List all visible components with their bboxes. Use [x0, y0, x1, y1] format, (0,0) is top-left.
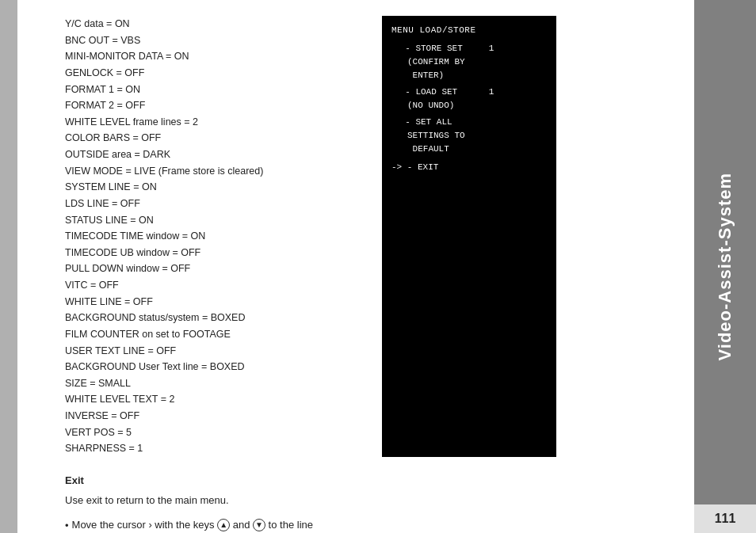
menu-exit-line: -> - EXIT — [391, 161, 547, 174]
bottom-section: Exit Use exit to return to the main menu… — [65, 471, 670, 533]
list-item: MINI-MONITOR DATA = ON — [65, 48, 366, 65]
list-item: WHITE LEVEL frame lines = 2 — [65, 114, 366, 131]
list-item: TIMECODE TIME window = ON — [65, 228, 366, 245]
list-item: INVERSE = OFF — [65, 408, 366, 424]
main-content: Y/C data = ONBNC OUT = VBSMINI-MONITOR D… — [17, 0, 694, 533]
sidebar-title: Video-Assist-System — [715, 173, 735, 360]
list-item: BACKGROUND User Text line = BOXED — [65, 359, 366, 375]
list-item: LDS LINE = OFF — [65, 196, 366, 212]
list-item: SYSTEM LINE = ON — [65, 179, 366, 196]
list-item: OUTSIDE area = DARK — [65, 147, 366, 163]
list-item: VITC = OFF — [65, 277, 366, 294]
list-item: WHITE LINE = OFF — [65, 294, 366, 310]
list-item: GENLOCK = OFF — [65, 65, 366, 82]
list-item: SHARPNESS = 1 — [65, 440, 366, 457]
list-item: BACKGROUND status/system = BOXED — [65, 310, 366, 326]
list-item: FORMAT 1 = ON — [65, 82, 366, 98]
left-list: Y/C data = ONBNC OUT = VBSMINI-MONITOR D… — [65, 16, 366, 457]
menu-item-load: - LOAD SET 1 (NO UNDO) — [391, 86, 547, 112]
list-item: VIEW MODE = LIVE (Frame store is cleared… — [65, 163, 366, 180]
menu-item-store-sub: (CONFIRM BY ENTER) — [395, 55, 547, 82]
menu-item-load-main: LOAD SET 1 — [415, 87, 494, 97]
list-item: Y/C data = ON — [65, 16, 366, 32]
right-sidebar: Video-Assist-System 111 — [694, 0, 756, 533]
bullet-symbol: • — [65, 518, 69, 533]
bullet-line: • Move the cursor › with the keys ▲ and … — [65, 517, 670, 533]
list-item: TIMECODE UB window = OFF — [65, 245, 366, 261]
list-item: BNC OUT = VBS — [65, 32, 366, 49]
menu-item-setall-main: SET ALL — [415, 117, 452, 127]
list-item: SIZE = SMALL — [65, 375, 366, 392]
menu-item-load-sub: (NO UNDO) — [395, 99, 547, 112]
list-item: COLOR BARS = OFF — [65, 130, 366, 147]
top-section: Y/C data = ONBNC OUT = VBSMINI-MONITOR D… — [65, 16, 670, 457]
exit-intro: Use exit to return to the main menu. — [65, 493, 670, 509]
left-stripe — [0, 0, 17, 533]
list-item: USER TEXT LINE = OFF — [65, 343, 366, 360]
menu-item-store: - STORE SET 1 (CONFIRM BY ENTER) — [391, 42, 547, 82]
menu-title: MENU LOAD/STORE — [391, 24, 547, 37]
list-item: WHITE LEVEL TEXT = 2 — [65, 391, 366, 408]
up-key-icon: ▲ — [217, 519, 230, 531]
list-item: PULL DOWN window = OFF — [65, 261, 366, 277]
page-number-tab: 111 — [694, 504, 756, 533]
list-item: FORMAT 2 = OFF — [65, 97, 366, 114]
menu-item-store-main: STORE SET 1 — [415, 44, 494, 53]
menu-item-setall-sub: SETTINGS TO DEFAULT — [395, 129, 547, 156]
list-item: VERT POS = 5 — [65, 424, 366, 441]
page-number: 111 — [715, 512, 736, 526]
menu-box: MENU LOAD/STORE - STORE SET 1 (CONFIRM B… — [382, 16, 556, 457]
down-key-icon: ▼ — [253, 519, 265, 531]
list-item: STATUS LINE = ON — [65, 212, 366, 229]
list-item: FILM COUNTER on set to FOOTAGE — [65, 326, 366, 343]
exit-title: Exit — [65, 474, 670, 486]
menu-item-setall: - SET ALL SETTINGS TO DEFAULT — [391, 116, 547, 156]
bullet-text: Move the cursor › with the keys ▲ and ▼ … — [72, 517, 313, 533]
